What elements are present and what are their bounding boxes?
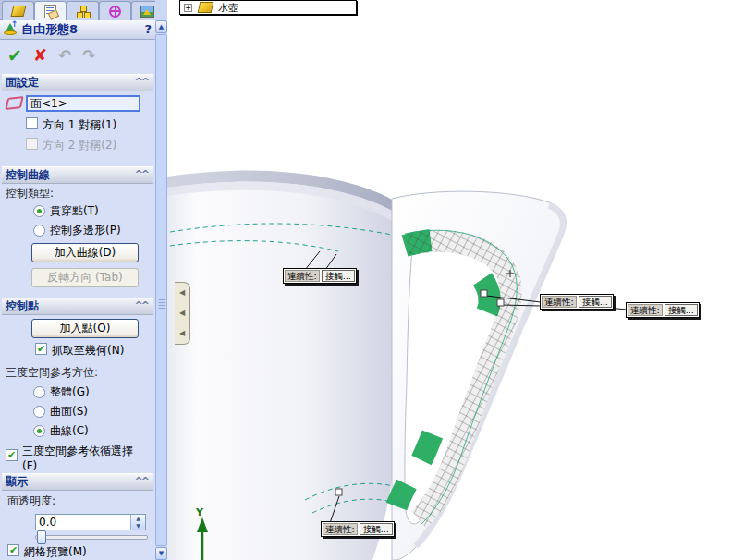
continuity-label: 連續性:	[323, 523, 358, 535]
cancel-button[interactable]: ✘	[33, 47, 47, 64]
section-title: 控制點	[6, 298, 39, 314]
radio-label: 控制多邊形(P)	[50, 223, 121, 238]
radio-surface[interactable]: 曲面(S)	[33, 404, 88, 420]
continuity-callout-1[interactable]: 連續性: 接觸...	[283, 268, 357, 284]
radio-icon	[33, 425, 45, 437]
undo-button[interactable]: ↶	[58, 48, 71, 64]
checkbox-label: 抓取至幾何(N)	[52, 343, 124, 359]
mug-body	[167, 171, 402, 560]
transparency-slider-track[interactable]	[35, 535, 148, 540]
face-selection-list[interactable]: 面<1>	[26, 95, 140, 112]
feature-tree-flyout: + 水壺	[179, 0, 357, 15]
collapse-chevron-icon[interactable]: ^^	[135, 76, 148, 88]
radio-label: 貫穿點(T)	[50, 203, 99, 219]
section-control-points[interactable]: 控制點 ^^	[2, 298, 153, 315]
tab-property-manager[interactable]	[34, 1, 67, 21]
radio-through-points[interactable]: 貫穿點(T)	[33, 203, 99, 219]
panel-title-bar: ↑ 自由形態8 ?	[0, 20, 155, 40]
checkbox-label: 三度空間參考依循選擇 (F)	[22, 444, 133, 472]
checkbox-snap-to-geometry[interactable]: 抓取至幾何(N)	[35, 343, 124, 359]
tree-item-label[interactable]: 水壺	[218, 1, 238, 15]
continuity-value-button[interactable]: 接觸...	[665, 304, 698, 316]
freeform-feature-icon: ↑	[3, 22, 18, 37]
checkbox-icon	[7, 544, 19, 556]
tree-expander[interactable]: +	[184, 4, 192, 12]
continuity-label: 連續性:	[542, 296, 577, 308]
add-point-button[interactable]: 加入點(O)	[31, 319, 139, 338]
continuity-callout-3[interactable]: 連續性: 接觸...	[626, 302, 700, 318]
panel-title: 自由形態8	[21, 21, 78, 38]
collapse-arrow-icon: ◀	[179, 310, 185, 317]
transparency-value[interactable]: 0.0	[39, 516, 56, 529]
collapse-arrow-icon: ◀	[179, 289, 185, 297]
radio-label: 曲線(C)	[50, 423, 89, 439]
checkbox-direction1-symmetry[interactable]: 方向 1 對稱(1)	[26, 117, 116, 133]
radio-global[interactable]: 整體(G)	[33, 384, 90, 400]
panel-scrollbar[interactable]: ▲ ▼	[155, 0, 167, 560]
checkbox-mesh-preview[interactable]: 網格預覽(M)	[7, 544, 87, 560]
radio-label: 曲面(S)	[50, 404, 88, 420]
section-title: 顯示	[6, 474, 28, 490]
checkbox-icon	[26, 138, 38, 150]
checkbox-label: 網格預覽(M)	[24, 544, 87, 560]
radio-icon	[33, 225, 45, 237]
checkbox-icon	[6, 449, 18, 461]
tab-dimxpert-manager[interactable]	[99, 1, 131, 20]
radio-label: 整體(G)	[50, 384, 90, 400]
checkbox-icon	[26, 117, 38, 129]
configuration-manager-icon	[77, 6, 89, 18]
control-type-label: 控制類型:	[6, 186, 54, 201]
property-manager-icon	[44, 5, 56, 18]
redo-button[interactable]: ↷	[82, 48, 95, 64]
section-title: 控制曲線	[6, 167, 50, 183]
radio-control-polygon[interactable]: 控制多邊形(P)	[33, 223, 121, 238]
tab-feature-manager[interactable]	[2, 1, 34, 20]
spinner-arrows-icon[interactable]: ▲▼	[130, 515, 145, 530]
continuity-value-button[interactable]: 接觸...	[360, 523, 393, 535]
radio-icon	[33, 386, 45, 398]
checkbox-label: 方向 2 對稱(2)	[43, 138, 116, 153]
collapse-arrow-icon: ◀	[179, 330, 185, 337]
scrollbar-thumb[interactable]	[155, 34, 167, 546]
checkbox-icon	[35, 343, 47, 355]
y-axis-label: Y	[195, 506, 204, 518]
section-face-settings[interactable]: 面設定 ^^	[2, 74, 153, 91]
checkbox-direction2-symmetry: 方向 2 對稱(2)	[26, 138, 116, 153]
triad-orientation-label: 三度空間參考方位:	[6, 365, 98, 381]
collapse-chevron-icon[interactable]: ^^	[135, 475, 148, 487]
radio-icon	[33, 406, 45, 418]
help-button[interactable]: ?	[144, 22, 152, 36]
section-control-curves[interactable]: 控制曲線 ^^	[2, 166, 153, 184]
continuity-value-button[interactable]: 接觸...	[322, 270, 355, 282]
feature-manager-icon	[10, 6, 26, 17]
continuity-value-button[interactable]: 接觸...	[579, 296, 612, 308]
face-transparency-label: 面透明度:	[7, 493, 55, 509]
continuity-callout-4[interactable]: 連續性: 接觸...	[321, 521, 395, 537]
panel-splitter-handle[interactable]: ◀ ◀ ◀	[175, 282, 190, 345]
section-title: 面設定	[6, 75, 39, 91]
checkbox-label: 方向 1 對稱(1)	[43, 117, 116, 133]
display-manager-icon	[140, 6, 154, 18]
radio-icon	[33, 205, 45, 217]
property-manager-panel: ↑ 自由形態8 ? ✔ ✘ ↶ ↷ 面設定 ^^ 面<1> 方向 1 對稱(1)…	[0, 0, 167, 560]
part-icon	[198, 2, 214, 13]
transparency-slider-thumb[interactable]	[37, 530, 46, 544]
section-display[interactable]: 顯示 ^^	[2, 473, 153, 491]
transparency-spinner[interactable]: 0.0 ▲▼	[35, 514, 146, 530]
checkbox-triad-follows-selection[interactable]: 三度空間參考依循選擇 (F)	[6, 444, 133, 472]
action-buttons: ✔ ✘ ↶ ↷	[0, 43, 155, 68]
continuity-callout-2[interactable]: 連續性: 接觸...	[540, 294, 614, 310]
flip-direction-button: 反轉方向 (Tab)	[31, 268, 139, 287]
continuity-label: 連續性:	[285, 270, 320, 282]
radio-curve[interactable]: 曲線(C)	[33, 423, 89, 439]
dimxpert-icon	[109, 6, 121, 18]
face-select-icon	[6, 97, 21, 110]
add-curve-button[interactable]: 加入曲線(D)	[31, 243, 139, 262]
manager-tab-bar	[0, 0, 167, 20]
ok-button[interactable]: ✔	[7, 47, 22, 65]
scroll-up-button[interactable]: ▲	[155, 20, 167, 33]
collapse-chevron-icon[interactable]: ^^	[135, 168, 148, 180]
collapse-chevron-icon[interactable]: ^^	[135, 299, 148, 311]
tab-configuration-manager[interactable]	[67, 1, 99, 20]
scroll-down-button[interactable]: ▼	[155, 547, 167, 560]
